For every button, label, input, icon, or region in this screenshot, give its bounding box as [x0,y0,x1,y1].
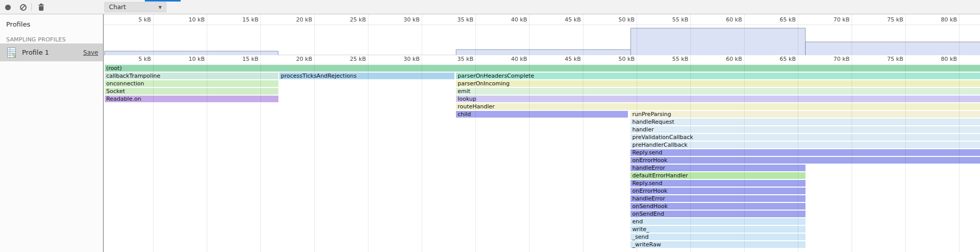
flame-bar[interactable]: preValidationCallback [630,134,980,141]
flame-ruler-tick-label: 65 kB [780,56,796,62]
save-link[interactable]: Save [83,49,98,56]
flame-ruler-tick-label: 25 kB [350,56,366,62]
flame-bar[interactable]: child [456,111,628,118]
flame-bar[interactable]: onconnection [105,80,278,87]
flame-ruler-tick-label: 10 kB [189,56,205,62]
trash-icon [38,4,44,11]
memory-overview-area-chart [104,14,980,55]
active-tab-indicator [145,0,181,2]
flame-bar[interactable]: (root) [105,65,980,72]
chevron-down-icon: ▼ [159,5,162,10]
overview-pane[interactable]: 5 kB10 kB15 kB20 kB25 kB30 kB35 kB40 kB4… [104,14,980,55]
flame-bar[interactable]: parserOnIncoming [456,80,980,87]
profiles-heading: Profiles [0,14,103,28]
flame-ruler-tick-label: 55 kB [672,56,688,62]
flame-bar[interactable]: handleError [630,165,805,171]
flame-chart[interactable]: (root)callbackTrampolineprocessTicksAndR… [104,64,980,252]
flame-bar[interactable]: onSendHook [630,203,805,210]
record-button[interactable] [5,0,11,14]
flame-bar[interactable]: onErrorHook [630,188,805,194]
flame-bar[interactable]: Reply.send [630,149,980,156]
heap-profile-icon: % [7,48,16,58]
flame-bar[interactable]: callbackTrampoline [105,73,278,79]
flame-ruler-tick-label: 5 kB [139,56,151,62]
clear-button[interactable] [20,0,27,14]
flame-bar[interactable]: _send [630,234,805,240]
flame-bar[interactable]: onErrorHook [630,157,980,164]
flame-ruler-tick-label: 75 kB [887,56,903,62]
flame-bar[interactable]: processTicksAndRejections [279,73,454,79]
chart-view-select-value: Chart [109,4,126,11]
chart-pane: 5 kB10 kB15 kB20 kB25 kB30 kB35 kB40 kB4… [103,14,980,252]
profile-item[interactable]: % Profile 1 Save [0,43,103,61]
flame-bar[interactable]: parserOnHeadersComplete [456,73,980,79]
flame-bar[interactable]: Readable.on [105,96,278,102]
svg-text:%: % [12,53,16,58]
flame-ruler-tick-label: 30 kB [404,56,420,62]
flame-bar[interactable]: write_ [630,226,805,233]
flame-bar[interactable]: _writeRaw [630,241,805,248]
flame-ruler: 5 kB10 kB15 kB20 kB25 kB30 kB35 kB40 kB4… [104,55,980,64]
toolbar-divider [31,3,32,11]
flame-ruler-tick-label: 45 kB [565,56,581,62]
flame-bar[interactable]: Reply.send [630,180,805,187]
delete-profile-button[interactable] [38,0,44,14]
flame-bar[interactable]: end [630,218,805,225]
flame-bar[interactable]: preHandlerCallback [630,142,980,148]
chart-view-select[interactable]: Chart ▼ [104,2,166,12]
toolbar: Chart ▼ [0,0,980,14]
flame-ruler-tick-label: 80 kB [941,56,957,62]
memory-profiler-panel: { "app": { "tab_indicator_color": "#1d78… [0,0,980,252]
flame-ruler-tick-label: 35 kB [458,56,473,62]
flame-ruler-tick-label: 50 kB [619,56,635,62]
flame-ruler-tick-label: 70 kB [834,56,850,62]
flame-bar[interactable]: Socket [105,88,278,95]
flame-ruler-tick-label: 40 kB [511,56,527,62]
flame-bar[interactable]: defaultErrorHandler [630,172,805,179]
flame-bar[interactable]: emit [456,88,980,95]
sidebar: Profiles SAMPLING PROFILES % Profile 1 S… [0,14,103,252]
sampling-profiles-section-label: SAMPLING PROFILES [0,28,103,43]
flame-bar[interactable]: onSendEnd [630,211,805,217]
profile-name: Profile 1 [22,49,49,56]
flame-bar[interactable]: handleRequest [630,119,980,125]
flame-bar[interactable]: handler [630,126,980,133]
flame-ruler-tick-label: 20 kB [296,56,312,62]
flame-ruler-tick-label: 15 kB [243,56,258,62]
flame-bar[interactable]: handleError [630,195,805,202]
block-icon [20,4,27,11]
flame-bar[interactable]: routeHandler [456,103,980,110]
flame-ruler-tick-label: 60 kB [726,56,742,62]
flame-bar[interactable]: runPreParsing [630,111,980,118]
flame-bar[interactable]: lookup [456,96,980,102]
record-icon [5,5,11,10]
